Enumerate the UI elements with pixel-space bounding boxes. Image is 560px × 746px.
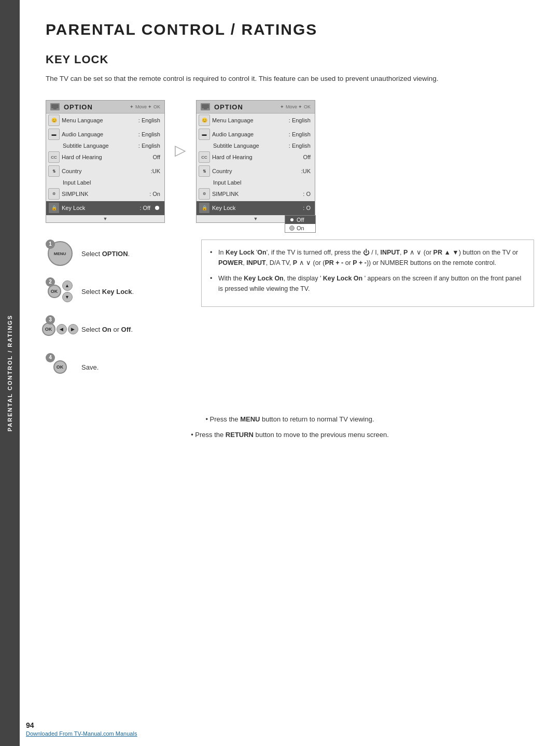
row-icon-r-face: 😊: [199, 115, 210, 126]
row-icon-arrows: ⇅: [48, 165, 60, 177]
arrow-down-left: ▼: [46, 215, 164, 222]
footer-link-anchor[interactable]: Downloaded From TV-Manual.com Manuals: [26, 730, 137, 737]
steps-section: 1 MENU Select OPTION. 2 OK ▲: [46, 240, 534, 382]
tv-icon-left: [50, 103, 60, 110]
arrow-between: ▷: [165, 100, 196, 159]
tv-menu-right: OPTION ✦ Move ✦ OK 😊 Menu Language : Eng…: [196, 100, 315, 223]
sidebar-label: PARENTAL CONTROL / RATINGS: [7, 315, 13, 431]
step-1: 1 MENU Select OPTION.: [46, 240, 180, 268]
left-button-3[interactable]: ◀: [57, 324, 67, 334]
menu-row-r-menu-lang: 😊 Menu Language : English: [197, 114, 315, 128]
info-item-2: With the Key Lock On, the display ' Key …: [210, 273, 525, 294]
row-icon-r-audio: ▬: [199, 129, 210, 140]
screenshots-row: OPTION ✦ Move ✦ OK 😊 Menu Language : Eng…: [46, 100, 534, 223]
step-number-1: 1: [46, 240, 55, 249]
sidebar: PARENTAL CONTROL / RATINGS: [0, 0, 20, 746]
info-item-1: In Key Lock 'On', if the TV is turned of…: [210, 247, 525, 268]
tv-menu-left-body: 😊 Menu Language : English ▬ Audio Langua…: [46, 114, 164, 222]
tv-menu-right-header: OPTION ✦ Move ✦ OK: [197, 101, 315, 114]
footer-note-1: • Press the MENU button to return to nor…: [46, 413, 534, 426]
row-icon-simplink: ⚙: [48, 188, 60, 200]
step-3: 3 OK ◀ ▶ Select On or Off.: [46, 315, 180, 344]
row-icon-r-simplink: ⚙: [199, 188, 210, 200]
svg-rect-3: [204, 108, 207, 109]
menu-row-r-country: ⇅ Country :UK: [197, 164, 315, 178]
row-icon-r-cc: CC: [199, 151, 210, 163]
ok-button-2[interactable]: OK: [48, 285, 61, 298]
lr-buttons-3: ◀ ▶: [57, 324, 78, 334]
up-button-2[interactable]: ▲: [62, 280, 73, 291]
row-icon-r-arrows: ⇅: [199, 165, 210, 177]
step-2: 2 OK ▲ ▼ Select Key Lock.: [46, 277, 180, 306]
menu-row-subtitle-lang: Subtitle Language : English: [46, 142, 164, 150]
row-icon-lock: 🔒: [48, 202, 60, 214]
row-icon-r-lock: 🔒: [199, 202, 210, 214]
row-icon-audio: ▬: [48, 129, 60, 140]
tv-icon-right: [201, 103, 210, 110]
ok-button-3[interactable]: OK: [42, 322, 55, 336]
menu-row-country: ⇅ Country :UK: [46, 164, 164, 178]
dropdown-off-label: Off: [297, 217, 304, 223]
menu-row-hearing: CC Hard of Hearing Off: [46, 150, 164, 164]
row-icon-cc: CC: [48, 151, 60, 163]
tv-menu-left-title: OPTION: [64, 103, 125, 111]
dp-radio-on: [289, 226, 295, 231]
page-title: PARENTAL CONTROL / RATINGS: [46, 21, 534, 38]
step-4-text: Save.: [81, 363, 99, 371]
info-box: In Key Lock 'On', if the TV is turned of…: [201, 240, 534, 307]
section-title: KEY LOCK: [46, 53, 534, 66]
footer-notes: • Press the MENU button to return to nor…: [46, 413, 534, 442]
footer-note-2: • Press the RETURN button to move to the…: [46, 428, 534, 442]
menu-row-r-audio-lang: ▬ Audio Language : English: [197, 128, 315, 142]
dropdown-option-off[interactable]: Off: [285, 216, 315, 224]
step-2-text: Select Key Lock.: [81, 288, 134, 295]
ok-indicator-left: [154, 205, 160, 211]
menu-row-r-key-lock: 🔒 Key Lock : O Off On: [197, 201, 315, 215]
tv-menu-left-header: OPTION ✦ Move ✦ OK: [46, 101, 164, 114]
svg-rect-2: [202, 104, 209, 108]
step-3-buttons: OK ◀ ▶: [42, 322, 78, 336]
footer-link[interactable]: Downloaded From TV-Manual.com Manuals: [26, 730, 137, 737]
menu-row-key-lock: 🔒 Key Lock : Off: [46, 201, 164, 215]
tv-menu-right-title: OPTION: [214, 103, 276, 111]
step-1-text: Select OPTION.: [81, 250, 130, 258]
menu-row-audio-lang: ▬ Audio Language : English: [46, 128, 164, 142]
page-number: 94: [26, 721, 34, 729]
tv-menu-right-nav: ✦ Move ✦ OK: [280, 104, 311, 109]
description: The TV can be set so that the remote con…: [46, 74, 497, 85]
info-list: In Key Lock 'On', if the TV is turned of…: [210, 247, 525, 294]
svg-rect-1: [53, 108, 57, 109]
step-4: 4 OK Save.: [46, 353, 180, 382]
tv-menu-left: OPTION ✦ Move ✦ OK 😊 Menu Language : Eng…: [46, 100, 165, 223]
menu-row-menu-lang: 😊 Menu Language : English: [46, 114, 164, 128]
right-button-3[interactable]: ▶: [68, 324, 78, 334]
step-number-4: 4: [46, 353, 55, 362]
down-button-2[interactable]: ▼: [62, 292, 73, 302]
step-number-3: 3: [46, 315, 55, 325]
step-number-2: 2: [46, 277, 55, 287]
tv-menu-left-nav: ✦ Move ✦ OK: [130, 104, 160, 109]
dropdown-popup: Off On: [285, 215, 316, 233]
menu-row-r-simplink: ⚙ SIMPLINK : O: [197, 187, 315, 201]
ok-button-4[interactable]: OK: [53, 360, 67, 374]
menu-button-label: MENU: [54, 251, 66, 256]
dp-radio-off: [289, 217, 295, 222]
menu-row-r-hearing: CC Hard of Hearing Off: [197, 150, 315, 164]
steps-list: 1 MENU Select OPTION. 2 OK ▲: [46, 240, 180, 382]
menu-row-r-input-label: Input Label: [197, 178, 315, 187]
main-content: PARENTAL CONTROL / RATINGS KEY LOCK The …: [20, 0, 560, 465]
dropdown-option-on[interactable]: On: [285, 224, 315, 232]
row-icon-face: 😊: [48, 115, 60, 126]
tv-menu-right-body: 😊 Menu Language : English ▬ Audio Langua…: [197, 114, 315, 222]
menu-row-simplink: ⚙ SIMPLINK : On: [46, 187, 164, 201]
menu-row-r-subtitle-lang: Subtitle Language : English: [197, 142, 315, 150]
step-3-text: Select On or Off.: [81, 326, 133, 333]
dropdown-on-label: On: [297, 225, 304, 231]
nav-buttons-2: ▲ ▼: [62, 280, 73, 302]
menu-row-input-label: Input Label: [46, 178, 164, 187]
svg-rect-0: [51, 104, 59, 108]
